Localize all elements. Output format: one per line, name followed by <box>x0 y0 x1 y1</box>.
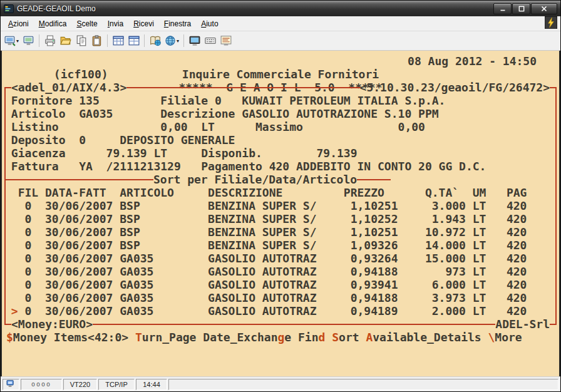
grid-receive-button[interactable] <box>126 33 142 49</box>
toolbar-buttons: ▾▾ <box>1 31 560 51</box>
table-rows: 0 30/06/2007 BSP BENZINA SUPER S/ 1,1025… <box>4 199 557 317</box>
minimize-button[interactable] <box>493 3 512 14</box>
titlebar[interactable]: GEADE-GEAOIL Demo <box>1 1 560 16</box>
current-row-marker <box>4 225 18 239</box>
minimize-icon <box>500 6 506 12</box>
info-line: Fornitore 135 Filiale 0 KUWAIT PETROLEUM… <box>4 94 557 107</box>
fkey-mnemonic: \ <box>488 331 495 344</box>
table-row: 0 30/06/2007 GA035 GASOLIO AUTOTRAZ 0,94… <box>4 291 557 304</box>
maximize-button[interactable] <box>512 3 530 14</box>
session-icon <box>6 379 16 389</box>
info-line: Articolo GA035 Descrizione GASOLIO AUTOT… <box>4 107 557 120</box>
menu-modifica[interactable]: Modifica <box>34 17 72 31</box>
table-row: > 0 30/06/2007 GA035 GASOLIO AUTOTRAZ 0,… <box>4 304 557 317</box>
close-button[interactable] <box>531 3 557 14</box>
current-row-marker <box>4 239 18 252</box>
display-text-button[interactable] <box>218 33 234 49</box>
datetime-label: 08 Aug 2012 - 14:50 <box>408 54 537 68</box>
macro-button[interactable] <box>543 17 558 30</box>
info-line: Giacenza 79.139 LT Disponib. 79.139 <box>4 147 557 160</box>
book-globe-button[interactable] <box>147 33 163 49</box>
vendor-label: ADEL-Srl <box>495 317 550 331</box>
window-title: GEADE-GEAOIL Demo <box>17 4 96 13</box>
open-folder-icon <box>60 35 71 46</box>
status-terminal-type: VT220 <box>63 379 97 390</box>
address-label: <5.10.30.23/geaoil/FG/26472> <box>360 81 550 94</box>
fkey-mnemonic: A <box>366 331 373 344</box>
table-row: 0 30/06/2007 BSP BENZINA SUPER S/ 1,1025… <box>4 225 557 239</box>
globe-icon <box>165 35 176 46</box>
box-top-rule: <adel_01/AIX/4.3> <5.10.30.23/geaoil/FG/… <box>4 81 557 94</box>
menu-invia[interactable]: Invia <box>103 17 128 31</box>
table-row: 0 30/06/2007 GA035 GASOLIO AUTOTRAZ 0,93… <box>4 252 557 265</box>
monitor-icon <box>189 35 200 46</box>
new-session-icon <box>4 35 16 46</box>
fkey-text: ort <box>339 331 366 344</box>
lightning-icon <box>545 16 557 31</box>
toolbar-separator <box>39 34 39 47</box>
box-bottom-rule: <Money:EURO> ADEL-Srl <box>4 317 557 331</box>
table-row: 0 30/06/2007 BSP BENZINA SUPER S/ 1,0932… <box>4 239 557 252</box>
row-text: 0 30/06/2007 GA035 GASOLIO AUTOTRAZ 0,94… <box>18 304 527 317</box>
current-row-marker <box>4 252 18 265</box>
menu-azioni[interactable]: Azioni <box>3 17 34 31</box>
copy-icon <box>76 35 87 46</box>
menu-items: AzioniModificaScelteInviaRiceviFinestraA… <box>3 17 224 31</box>
status-protocol: TCP/IP <box>98 379 135 390</box>
program-name: (icf100) <box>47 68 108 81</box>
monitor-button[interactable] <box>187 33 202 49</box>
currency-label: <Money:EURO> <box>11 317 93 331</box>
globe-button[interactable]: ▾ <box>163 33 181 49</box>
current-row-marker <box>4 212 18 225</box>
app-icon <box>4 4 14 14</box>
print-button[interactable] <box>42 33 58 49</box>
keyboard-button[interactable] <box>202 33 218 49</box>
fkey-mnemonic: d <box>319 331 326 344</box>
table-row: 0 30/06/2007 BSP BENZINA SUPER S/ 1,1025… <box>4 212 557 225</box>
fkey-mnemonic: $ <box>6 331 13 344</box>
new-session-button[interactable]: ▾ <box>3 33 21 49</box>
fkey-mnemonic: g <box>278 331 285 344</box>
menu-finestra[interactable]: Finestra <box>159 17 196 31</box>
menubar: AzioniModificaScelteInviaRiceviFinestraA… <box>1 16 560 31</box>
reconnect-button[interactable] <box>21 33 36 49</box>
rule-segment <box>4 179 153 180</box>
terminal-screen[interactable]: (icf100) ***** G E A O I L 5.0 ***** 08 … <box>2 51 559 376</box>
open-folder-button[interactable] <box>58 33 73 49</box>
current-row-marker <box>4 278 18 291</box>
row-text: 0 30/06/2007 GA035 GASOLIO AUTOTRAZ 0,93… <box>18 278 527 291</box>
toolbar-separator <box>144 34 145 47</box>
fkey-text: vailable_Details <box>373 331 488 344</box>
print-icon <box>44 35 56 46</box>
grid-send-button[interactable] <box>110 33 126 49</box>
fkey-text: urn_Page Date_Exchan <box>142 331 278 344</box>
book-globe-icon <box>150 35 161 46</box>
app-window: GEADE-GEAOIL Demo AzioniModificaScelteIn… <box>0 0 561 392</box>
close-icon <box>541 6 547 12</box>
paste-icon <box>91 35 103 46</box>
menu-scelte[interactable]: Scelte <box>71 17 102 31</box>
menu-aiuto[interactable]: Aiuto <box>196 17 223 31</box>
grid-receive-icon <box>128 35 140 46</box>
paste-button[interactable] <box>89 33 105 49</box>
statusbar: oooo VT220 TCP/IP 14:44 <box>1 376 560 391</box>
current-row-marker <box>4 265 18 278</box>
grid-send-icon <box>113 35 124 46</box>
window-controls <box>493 3 557 14</box>
row-text: 0 30/06/2007 BSP BENZINA SUPER S/ 1,1025… <box>18 212 527 225</box>
rule-segment <box>93 324 495 325</box>
fkey-text <box>325 331 332 344</box>
status-session-cell <box>3 379 19 390</box>
info-line: Listino 0,00 LT Massimo 0,00 <box>4 120 557 133</box>
info-lines: Fornitore 135 Filiale 0 KUWAIT PETROLEUM… <box>4 94 557 173</box>
fkey-text: e Fin <box>284 331 318 344</box>
dropdown-caret-icon: ▾ <box>177 38 179 44</box>
copy-button[interactable] <box>73 33 89 49</box>
reconnect-icon <box>23 35 34 46</box>
current-row-marker <box>4 199 18 212</box>
status-indicators: oooo <box>21 379 62 390</box>
fkey-mnemonic: S <box>332 331 339 344</box>
rule-segment <box>357 179 391 180</box>
menu-ricevi[interactable]: Ricevi <box>128 17 159 31</box>
table-row: 0 30/06/2007 GA035 GASOLIO AUTOTRAZ 0,93… <box>4 278 557 291</box>
